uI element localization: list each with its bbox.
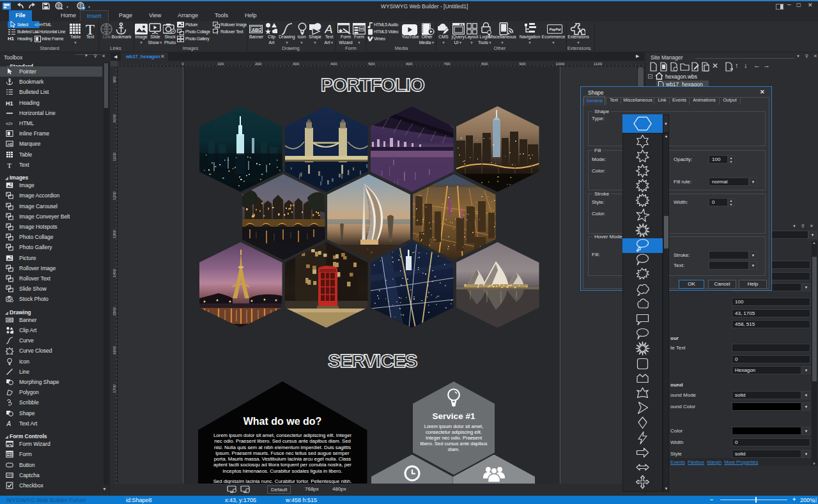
svg-text:</>: </> [6, 121, 13, 126]
svg-text:ABC: ABC [7, 319, 13, 322]
svg-text:xY3: xY3 [7, 473, 13, 477]
svg-text:AB: AB [8, 142, 13, 146]
svg-text:T: T [216, 31, 219, 35]
svg-text:PayPal: PayPal [549, 27, 561, 31]
svg-text:A: A [6, 420, 12, 427]
svg-text:ABC: ABC [252, 27, 261, 32]
svg-text:T: T [7, 162, 12, 169]
svg-text:H1: H1 [6, 100, 13, 107]
svg-text:A: A [325, 23, 333, 34]
